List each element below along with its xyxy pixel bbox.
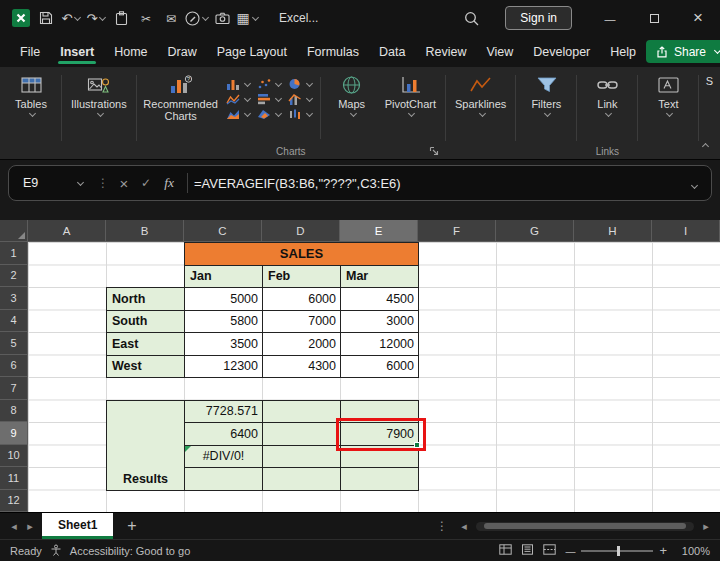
tab-review[interactable]: Review bbox=[415, 36, 476, 67]
cell-d9[interactable] bbox=[262, 422, 341, 446]
cell-e5[interactable]: 12000 bbox=[340, 332, 419, 356]
accessibility-status[interactable]: Accessibility: Good to go bbox=[70, 545, 190, 557]
bar-chart-button[interactable] bbox=[257, 93, 281, 105]
scroll-right-icon[interactable] bbox=[698, 520, 714, 533]
maximize-button[interactable] bbox=[632, 0, 676, 36]
tab-data[interactable]: Data bbox=[369, 36, 415, 67]
col-header-b[interactable]: B bbox=[106, 220, 184, 242]
row-header-7[interactable]: 7 bbox=[0, 377, 28, 400]
zoom-in-icon[interactable] bbox=[659, 543, 667, 558]
cell-d2[interactable]: Feb bbox=[262, 265, 341, 289]
col-header-e[interactable]: E bbox=[340, 220, 418, 242]
row-header-2[interactable]: 2 bbox=[0, 265, 28, 288]
link-button[interactable]: Link bbox=[580, 69, 634, 116]
clipboard-icon[interactable] bbox=[110, 5, 132, 31]
cell-b5[interactable]: East bbox=[106, 332, 185, 356]
horizontal-scrollbar[interactable] bbox=[456, 520, 714, 533]
tab-help[interactable]: Help bbox=[600, 36, 646, 67]
zoom-level[interactable]: 100% bbox=[676, 545, 710, 557]
cell-c4[interactable]: 5800 bbox=[184, 310, 263, 334]
share-button[interactable]: Share bbox=[646, 40, 720, 63]
redo-icon[interactable] bbox=[85, 5, 107, 31]
excel-logo-icon[interactable] bbox=[10, 5, 32, 31]
cell-c11[interactable] bbox=[184, 467, 263, 491]
col-header-h[interactable]: H bbox=[574, 220, 652, 242]
tab-formulas[interactable]: Formulas bbox=[297, 36, 369, 67]
sparklines-button[interactable]: Sparklines bbox=[449, 69, 512, 116]
tab-home[interactable]: Home bbox=[104, 36, 157, 67]
cell-e3[interactable]: 4500 bbox=[340, 287, 419, 311]
cell-e6[interactable]: 6000 bbox=[340, 355, 419, 379]
close-button[interactable] bbox=[676, 0, 720, 36]
cell-c6[interactable]: 12300 bbox=[184, 355, 263, 379]
name-box[interactable]: E9 bbox=[9, 176, 93, 190]
zoom-out-icon[interactable] bbox=[565, 545, 575, 557]
cell-c8[interactable]: 7728.571 bbox=[184, 400, 263, 424]
cell-c10-error[interactable]: #DIV/0! bbox=[184, 445, 263, 469]
cell-c5[interactable]: 3500 bbox=[184, 332, 263, 356]
fill-handle[interactable] bbox=[414, 442, 420, 448]
row-header-1[interactable]: 1 bbox=[0, 242, 28, 265]
page-break-view-icon[interactable] bbox=[543, 544, 556, 557]
sign-in-button[interactable]: Sign in bbox=[505, 6, 572, 30]
cell-b4[interactable]: South bbox=[106, 310, 185, 334]
next-sheet-icon[interactable] bbox=[22, 520, 38, 533]
confirm-entry-icon[interactable] bbox=[135, 176, 157, 190]
charts-dialog-launcher-icon[interactable] bbox=[429, 146, 439, 156]
combo-chart-button[interactable] bbox=[288, 93, 312, 105]
recommended-charts-button[interactable]: ? Recommended Charts bbox=[140, 69, 222, 122]
tab-file[interactable]: File bbox=[10, 36, 50, 67]
cell-d5[interactable]: 2000 bbox=[262, 332, 341, 356]
cell-d10[interactable] bbox=[262, 445, 341, 469]
save-icon[interactable] bbox=[35, 5, 57, 31]
tab-insert[interactable]: Insert bbox=[50, 36, 104, 67]
area-chart-button[interactable] bbox=[226, 108, 250, 120]
tab-developer[interactable]: Developer bbox=[523, 36, 600, 67]
row-header-6[interactable]: 6 bbox=[0, 355, 28, 378]
cell-e11[interactable] bbox=[340, 467, 419, 491]
tab-page-layout[interactable]: Page Layout bbox=[207, 36, 297, 67]
scrollbar-track[interactable] bbox=[476, 522, 694, 531]
name-box-chevron-icon[interactable] bbox=[77, 178, 84, 185]
col-header-f[interactable]: F bbox=[418, 220, 496, 242]
undo-icon[interactable] bbox=[60, 5, 82, 31]
cell-d8[interactable] bbox=[262, 400, 341, 424]
cell-c9[interactable]: 6400 bbox=[184, 422, 263, 446]
pivotchart-button[interactable]: PivotChart bbox=[379, 69, 442, 116]
cell-b6[interactable]: West bbox=[106, 355, 185, 379]
tab-draw[interactable]: Draw bbox=[158, 36, 207, 67]
page-layout-view-icon[interactable] bbox=[521, 544, 534, 557]
select-all-corner[interactable] bbox=[0, 220, 28, 242]
minimize-button[interactable] bbox=[588, 0, 632, 36]
col-header-d[interactable]: D bbox=[262, 220, 340, 242]
cell-d11[interactable] bbox=[262, 467, 341, 491]
row-header-3[interactable]: 3 bbox=[0, 287, 28, 310]
accessibility-icon[interactable] bbox=[50, 544, 62, 558]
table-grid-icon[interactable] bbox=[236, 5, 258, 31]
prev-sheet-icon[interactable] bbox=[6, 520, 22, 533]
col-header-a[interactable]: A bbox=[28, 220, 106, 242]
col-header-g[interactable]: G bbox=[496, 220, 574, 242]
cell-e4[interactable]: 3000 bbox=[340, 310, 419, 334]
col-header-c[interactable]: C bbox=[184, 220, 262, 242]
scroll-left-icon[interactable] bbox=[456, 520, 472, 533]
cell-d4[interactable]: 7000 bbox=[262, 310, 341, 334]
cell-e2[interactable]: Mar bbox=[340, 265, 419, 289]
camera-icon[interactable] bbox=[211, 5, 233, 31]
illustrations-button[interactable]: Illustrations bbox=[65, 69, 133, 116]
scrollbar-thumb[interactable] bbox=[484, 523, 686, 529]
row-header-8[interactable]: 8 bbox=[0, 400, 28, 423]
row-header-11[interactable]: 11 bbox=[0, 467, 28, 490]
column-chart-button[interactable] bbox=[226, 78, 250, 90]
pie-chart-button[interactable] bbox=[288, 78, 312, 90]
stock-chart-button[interactable] bbox=[288, 108, 312, 120]
row-header-4[interactable]: 4 bbox=[0, 310, 28, 333]
text-button[interactable]: Text bbox=[641, 69, 695, 116]
symbols-button[interactable]: S bbox=[702, 69, 716, 87]
pen-icon[interactable] bbox=[185, 5, 208, 31]
tab-view[interactable]: View bbox=[476, 36, 523, 67]
col-header-i[interactable]: I bbox=[652, 220, 720, 242]
maps-button[interactable]: Maps bbox=[325, 69, 379, 116]
cut-icon[interactable] bbox=[135, 5, 157, 31]
normal-view-icon[interactable] bbox=[499, 544, 512, 557]
